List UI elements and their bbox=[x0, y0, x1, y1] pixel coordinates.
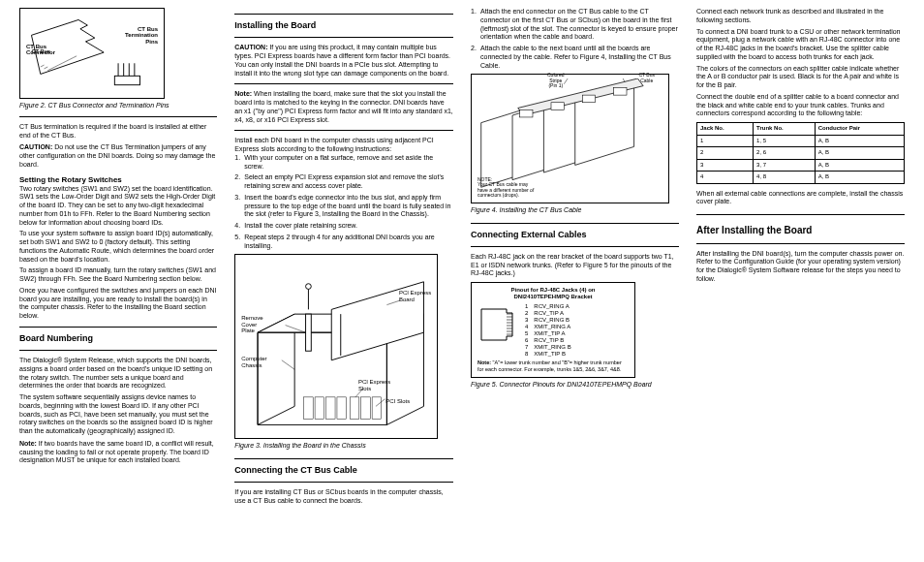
caution-label: CAUTION: bbox=[19, 143, 52, 150]
figure-4-caption: Figure 4. Installing the CT Bus Cable bbox=[471, 206, 679, 215]
board-numbering-body: The Dialogic® System Release, which supp… bbox=[19, 357, 217, 436]
fig4-note-text: NOTE:Your CT Bus cable mayhave a differe… bbox=[477, 177, 534, 199]
install-intro: Install each DNI board in the computer c… bbox=[234, 137, 453, 154]
column-1: CT Bus CT BusConnector CT BusTermination… bbox=[19, 8, 217, 506]
svg-rect-17 bbox=[315, 397, 324, 420]
svg-rect-19 bbox=[337, 397, 347, 420]
svg-rect-20 bbox=[351, 397, 360, 420]
fig4-label-cable: CT BusCable bbox=[638, 73, 655, 83]
fig3-label-pciex: PCI ExpressSlots bbox=[358, 379, 390, 391]
svg-rect-35 bbox=[614, 88, 627, 96]
installing-board-heading: Installing the Board bbox=[234, 20, 453, 31]
board-numbering-note: Note: If two boards have the same board … bbox=[19, 440, 217, 465]
after-installing-heading: After Installing the Board bbox=[696, 225, 905, 237]
column-3: 1.Attach the end connector on the CT Bus… bbox=[471, 8, 679, 506]
jack-trunk-table: Jack No. Trunk No. Conductor Pair 11, 5A… bbox=[696, 122, 905, 184]
svg-rect-16 bbox=[304, 397, 314, 420]
table-row: 22, 6A, B bbox=[697, 147, 905, 160]
termination-note-text: CT Bus termination is required if the bo… bbox=[19, 123, 217, 140]
figure-4: ColoredStripe(Pin 1) CT BusCable NOTE:Yo… bbox=[471, 74, 669, 203]
termination-caution: CAUTION: Do not use the CT Bus Terminati… bbox=[19, 143, 217, 169]
fig4-label-stripe: ColoredStripe(Pin 1) bbox=[547, 73, 565, 88]
install-caution: CAUTION: If you are using this product, … bbox=[234, 44, 453, 78]
figure-5-caption: Figure 5. Connector Pinouts for DNI2410T… bbox=[471, 381, 679, 390]
svg-rect-24 bbox=[306, 314, 312, 351]
column-4: Connect each network trunk as described … bbox=[696, 8, 905, 506]
figure-2: CT Bus CT BusConnector CT BusTermination… bbox=[19, 8, 165, 99]
svg-rect-32 bbox=[520, 110, 533, 118]
fig2-label-pins: CT BusTerminationPins bbox=[125, 26, 158, 45]
figure-2-caption: Figure 2. CT Bus Connector and Terminati… bbox=[19, 102, 217, 110]
svg-line-36 bbox=[564, 78, 568, 84]
figure-5-pinout-box: Pinout for RJ-48C Jacks (4) on DNI2410TE… bbox=[471, 282, 635, 378]
after-installing-body: After installing the DNI board(s), turn … bbox=[696, 250, 905, 284]
rj48c-icon bbox=[477, 303, 516, 346]
fig3-label-board: PCI ExpressBoard bbox=[399, 290, 431, 302]
external-cables-heading: Connecting External Cables bbox=[471, 230, 679, 240]
ctbus-steps: 1.Attach the end connector on the CT Bus… bbox=[471, 8, 679, 70]
svg-rect-21 bbox=[361, 397, 371, 420]
svg-rect-10 bbox=[114, 76, 139, 84]
fig3-label-chassis: ComputerChassis bbox=[241, 356, 266, 368]
column-2: Installing the Board CAUTION: If you are… bbox=[234, 8, 453, 506]
svg-rect-33 bbox=[551, 103, 564, 110]
ctbus-intro: If you are installing CT Bus or SCbus bo… bbox=[234, 488, 453, 506]
fig3-label-pci: PCI Slots bbox=[385, 398, 410, 404]
table-row: 11, 5A, B bbox=[697, 135, 905, 147]
figure-3: RemoveCoverPlate ComputerChassis PCI Exp… bbox=[234, 254, 438, 439]
svg-rect-34 bbox=[582, 95, 595, 103]
fig2-label-connector: CT BusConnector bbox=[26, 44, 55, 56]
board-numbering-heading: Board Numbering bbox=[19, 333, 217, 344]
pinout-table: 1RCV_RING A 2RCV_TIP A 3RCV_RING B 4XMIT… bbox=[522, 303, 574, 357]
rotary-body: Two rotary switches (SW1 and SW2) set th… bbox=[19, 185, 217, 321]
install-note: Note: When installing the board, make su… bbox=[234, 90, 453, 124]
figure-3-caption: Figure 3. Installing the Board in the Ch… bbox=[234, 442, 453, 451]
fig3-label-remove: RemoveCoverPlate bbox=[241, 315, 262, 333]
svg-rect-22 bbox=[372, 397, 382, 420]
table-row: 44, 8A, B bbox=[697, 172, 905, 184]
table-row: 33, 7A, B bbox=[697, 159, 905, 172]
install-steps: 1.With your computer on a flat surface, … bbox=[234, 154, 453, 251]
svg-rect-18 bbox=[326, 397, 336, 420]
svg-point-25 bbox=[306, 284, 312, 290]
external-cables-intro: Each RJ-48C jack on the rear bracket of … bbox=[471, 253, 679, 278]
ctbus-heading: Connecting the CT Bus Cable bbox=[234, 465, 453, 476]
rotary-heading: Setting the Rotary Switches bbox=[19, 175, 217, 185]
